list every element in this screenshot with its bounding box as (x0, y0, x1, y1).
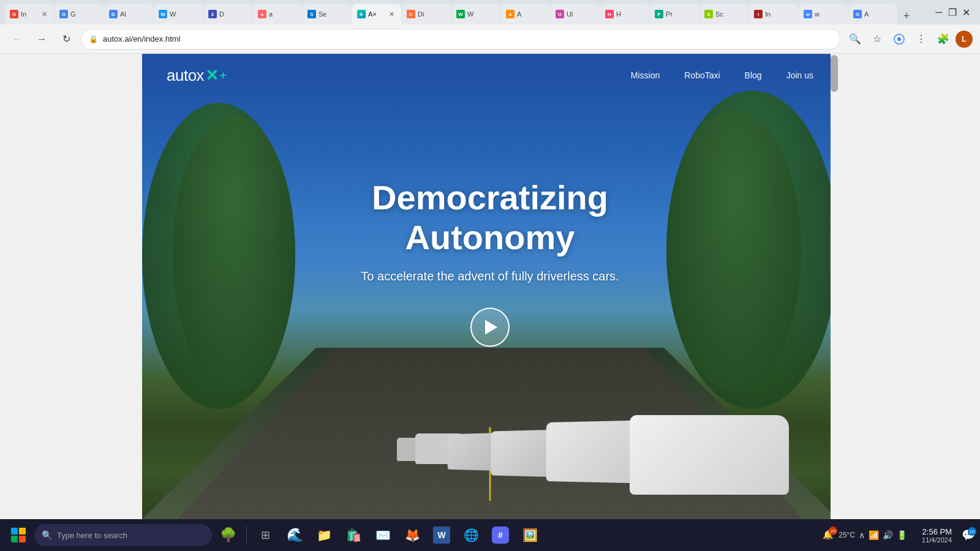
taskbar-chrome[interactable]: 🌐 (458, 522, 484, 549)
tab-label-w: W (467, 10, 473, 18)
extensions2-icon[interactable]: 🧩 (933, 29, 953, 49)
win-quad-1 (11, 528, 18, 534)
tab-2do[interactable]: 2 D (203, 4, 252, 24)
nav-links: Mission RoboTaxi Blog Join us (631, 70, 813, 80)
tab-web[interactable]: w w (799, 4, 848, 24)
forward-button[interactable]: → (32, 29, 51, 49)
tab-d[interactable]: D Di (402, 4, 451, 24)
taskbar: 🔍 Type here to search 🌳 ⊞ 🌊 📁 🛍️ ✉️ (0, 519, 980, 551)
tab-label-u: Ul (567, 10, 573, 18)
taskbar-teams[interactable]: # (487, 522, 514, 549)
tab-sc[interactable]: S Sc (699, 4, 748, 24)
win-quad-3 (11, 536, 18, 542)
notification-badge-area[interactable]: 🔔 20 (823, 529, 835, 541)
tab-docs2[interactable]: W W (154, 4, 203, 24)
scrollbar[interactable] (831, 54, 838, 519)
tab-label-gmail: In (21, 10, 26, 18)
taskbar-firefox[interactable]: 🦊 (399, 522, 426, 549)
taskbar-store[interactable]: 🛍️ (340, 522, 367, 549)
tab-close-gmail[interactable]: ✕ (39, 9, 49, 19)
tab-favicon-google: G (59, 10, 68, 18)
chevron-up-icon[interactable]: ∧ (859, 530, 865, 540)
taskbar-weather-widget[interactable]: 🌳 (214, 522, 241, 549)
taskbar-file-explorer[interactable]: 📁 (311, 522, 337, 549)
search-icon[interactable]: 🔍 (845, 29, 865, 49)
notification-center-count: 20 (968, 527, 976, 536)
tab-docs1[interactable]: D Al (104, 4, 153, 24)
chrome-icon: 🌐 (464, 528, 479, 542)
taskbar-search-text: Type here to search (57, 531, 127, 540)
play-icon (485, 320, 497, 335)
tab-favicon-a2: A (506, 10, 514, 18)
taskbar-photos[interactable]: 🖼️ (516, 522, 543, 549)
tab-favicon-asana: a (258, 10, 266, 18)
car-main (630, 415, 789, 495)
tab-autox[interactable]: A A× ✕ (352, 4, 401, 24)
tab-docs3[interactable]: S Se (303, 4, 352, 24)
minimize-button[interactable]: ─ (935, 8, 943, 17)
site-navigation: autox ✕ + Mission RoboTaxi Blog Join us (142, 54, 838, 97)
start-button[interactable] (5, 522, 32, 549)
store-icon: 🛍️ (346, 528, 361, 542)
maximize-button[interactable]: ❐ (948, 8, 957, 17)
tab-label-google: G (70, 10, 76, 18)
clock-time: 2:56 PM (922, 527, 952, 536)
tab-a2[interactable]: A A (501, 4, 550, 24)
win-quad-4 (19, 536, 26, 542)
network-icon[interactable]: 📶 (869, 530, 879, 540)
tab-p[interactable]: P Pr (650, 4, 699, 24)
nav-join-us[interactable]: Join us (786, 70, 813, 80)
bookmark-icon[interactable]: ☆ (867, 29, 887, 49)
title-bar: G In ✕ G G D Al W W 2 D a a (0, 0, 980, 24)
url-bar[interactable]: 🔒 autox.ai/en/index.html (81, 29, 840, 50)
tab-h[interactable]: H H (600, 4, 649, 24)
battery-icon[interactable]: 🔋 (897, 530, 907, 540)
notification-center[interactable]: 💬 20 (962, 528, 975, 542)
play-button[interactable] (470, 308, 510, 347)
tab-in2[interactable]: I In (749, 4, 798, 24)
new-tab-button[interactable]: + (898, 7, 915, 24)
tab-favicon-gmail: G (10, 10, 18, 18)
system-clock[interactable]: 2:56 PM 11/4/2024 (917, 527, 957, 544)
taskbar-mail[interactable]: ✉️ (369, 522, 396, 549)
clock-date: 11/4/2024 (922, 536, 952, 544)
taskbar-edge[interactable]: 🌊 (281, 522, 308, 549)
tab-google[interactable]: G G (55, 4, 104, 24)
nav-mission[interactable]: Mission (631, 70, 660, 80)
taskbar-search[interactable]: 🔍 Type here to search (34, 524, 212, 546)
win-quad-2 (19, 528, 26, 534)
extensions-icon[interactable] (889, 29, 909, 49)
tab-g2[interactable]: G A (848, 4, 897, 24)
tab-favicon-p: P (655, 10, 663, 18)
tab-label-2do: D (219, 10, 224, 18)
back-button[interactable]: ← (7, 29, 27, 49)
taskbar-word[interactable]: W (428, 522, 455, 549)
task-view-icon: ⊞ (261, 528, 270, 542)
word-icon: W (433, 527, 450, 544)
tab-favicon-docs1: D (109, 10, 118, 18)
windows-logo (11, 528, 26, 542)
tab-label-a2: A (517, 10, 521, 18)
tab-asana[interactable]: a a (253, 4, 302, 24)
tab-favicon-w: W (456, 10, 465, 18)
system-tray: 🔔 20 25°C ∧ 📶 🔊 🔋 (818, 529, 912, 541)
mail-icon: ✉️ (375, 528, 391, 542)
refresh-button[interactable]: ↻ (56, 29, 76, 49)
nav-blog[interactable]: Blog (745, 70, 762, 80)
taskbar-right: 🔔 20 25°C ∧ 📶 🔊 🔋 2:56 PM 11/4/2024 💬 20 (818, 527, 975, 544)
nav-robotaxi[interactable]: RoboTaxi (684, 70, 720, 80)
more-icon[interactable]: ⋮ (911, 29, 931, 49)
tab-gmail[interactable]: G In ✕ (5, 4, 54, 24)
volume-icon[interactable]: 🔊 (883, 530, 893, 540)
tab-close-autox[interactable]: ✕ (386, 9, 396, 19)
tab-favicon-in2: I (754, 10, 763, 18)
taskbar-search-icon: 🔍 (42, 530, 52, 540)
tab-u[interactable]: U Ul (551, 4, 600, 24)
close-button[interactable]: ✕ (962, 8, 970, 17)
tab-favicon-h: H (605, 10, 614, 18)
taskbar-task-view[interactable]: ⊞ (252, 522, 279, 549)
photos-icon: 🖼️ (522, 528, 538, 542)
tab-w[interactable]: W W (451, 4, 500, 24)
profile-button[interactable]: L (956, 31, 973, 48)
notification-count: 20 (829, 527, 837, 535)
